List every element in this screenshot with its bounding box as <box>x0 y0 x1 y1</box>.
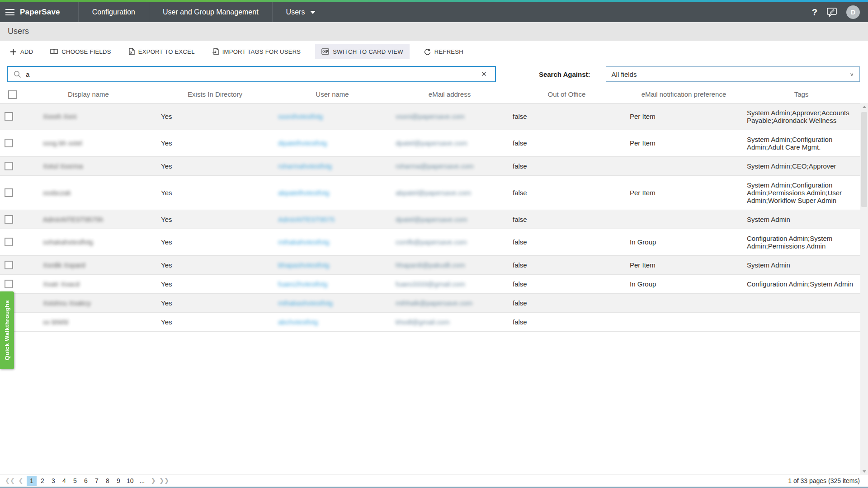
column-header-email-address[interactable]: eMail address <box>391 86 508 103</box>
row-checkbox[interactable] <box>5 112 13 121</box>
previous-page-icon[interactable]: ❮ <box>15 477 26 484</box>
column-header-out-of-office[interactable]: Out of Office <box>508 86 625 103</box>
out-of-office-cell: false <box>508 274 625 293</box>
clear-search-icon[interactable]: ✕ <box>478 67 490 81</box>
import-tags-for-users-button[interactable]: IMPORT TAGS FOR USERS <box>209 44 304 59</box>
more-pages-button[interactable]: ... <box>137 476 148 486</box>
refresh-button[interactable]: REFRESH <box>421 44 466 59</box>
feedback-icon[interactable] <box>826 7 837 17</box>
page-number-button[interactable]: 8 <box>103 476 113 486</box>
page-number-button[interactable]: 4 <box>59 476 69 486</box>
display-name-text: xx bhkfd <box>43 318 68 326</box>
user-name-link[interactable]: ssonihvtestfvtg <box>278 113 323 120</box>
vertical-scrollbar[interactable] <box>860 103 868 475</box>
user-name-link[interactable]: rsharmahvtestfvtg <box>278 162 332 170</box>
nav-tab-user-group-management[interactable]: User and Group Management <box>149 2 272 22</box>
exists-in-directory-cell: Yes <box>156 229 274 255</box>
tags-cell: System Admin;Configuration Admin;Permiss… <box>742 175 860 210</box>
page-title-bar: Users <box>0 22 868 41</box>
table-row: xx bhkfdYesabchvtestfvtgkhodl@gmail.comf… <box>0 312 860 331</box>
tags-cell: System Admin;CEO;Approver <box>742 156 860 175</box>
row-checkbox[interactable] <box>5 139 13 147</box>
email-address-cell: csmfb@papersave.com <box>391 229 508 255</box>
user-name-link[interactable]: abpatelhvtestfvtg <box>278 189 329 197</box>
column-header-user-name[interactable]: User name <box>274 86 391 103</box>
last-page-icon[interactable]: ❯❯ <box>159 477 170 484</box>
display-name-text: xxxg bh xxtel <box>43 139 82 147</box>
tags-cell: System Admin;Configuration Admin;Adult C… <box>742 130 860 156</box>
hamburger-menu-icon[interactable] <box>0 2 20 22</box>
page-number-button[interactable]: 7 <box>92 476 102 486</box>
page-number-button[interactable]: 6 <box>81 476 91 486</box>
email-address-cell: dpatel@papersave.com <box>391 130 508 156</box>
first-page-icon[interactable]: ❮❮ <box>5 477 15 484</box>
table-row: Xxrdik XxpardYesbhapashvtestfvtghhapardi… <box>0 255 860 274</box>
user-name-link[interactable]: abchvtestfvtg <box>278 318 318 326</box>
export-to-excel-button[interactable]: EXPORT TO EXCEL <box>126 44 198 59</box>
page-number-button[interactable]: 2 <box>38 476 47 486</box>
table-row: Xxatr XxacdYesfuaes2hvtestfvtgfuaes3333@… <box>0 274 860 293</box>
user-name-link[interactable]: bhapashvtestfvtg <box>278 261 329 269</box>
user-table-body: Xxxxh XxniYesssonihvtestfvtgvsoni@papers… <box>0 103 860 331</box>
row-checkbox[interactable] <box>5 215 13 224</box>
exists-in-directory-cell: Yes <box>156 210 274 229</box>
app-logo[interactable]: PaperSave <box>20 2 78 22</box>
refresh-icon <box>424 48 431 55</box>
page-number-button[interactable]: 10 <box>124 476 136 486</box>
user-avatar[interactable]: D <box>846 5 860 19</box>
nav-tab-users[interactable]: Users <box>272 2 330 22</box>
row-checkbox-cell <box>0 210 20 229</box>
email-address-text: rsharma@papersave.com <box>396 162 474 170</box>
nav-tab-configuration[interactable]: Configuration <box>78 2 149 22</box>
page-number-button[interactable]: 1 <box>27 476 37 486</box>
user-name-link[interactable]: mthakahvtestfvtg <box>278 238 329 246</box>
user-name-link[interactable]: dipatelhvtestfvtg <box>278 139 327 147</box>
column-header-email-notification-preference[interactable]: eMail notification preference <box>625 86 742 103</box>
row-checkbox[interactable] <box>5 162 13 170</box>
display-name-text: xxxbczak <box>43 189 71 197</box>
user-name-link[interactable]: AdminNTEST9575 <box>278 216 335 223</box>
user-name-cell: ssonihvtestfvtg <box>274 103 391 130</box>
choose-fields-button[interactable]: CHOOSE FIELDS <box>47 44 113 59</box>
row-checkbox[interactable] <box>5 261 13 269</box>
search-input[interactable] <box>26 70 495 78</box>
help-icon[interactable]: ? <box>812 7 817 18</box>
email-address-cell: dpatel@papersave.com <box>391 210 508 229</box>
card-view-icon <box>321 48 329 55</box>
email-notification-preference-cell <box>625 210 742 229</box>
tags-cell: Configuration Admin;System Admin;Permiss… <box>742 229 860 255</box>
column-header-display-name[interactable]: Display name <box>20 86 156 103</box>
search-against-label: Search Against: <box>539 70 590 78</box>
exists-in-directory-cell: Yes <box>156 312 274 331</box>
out-of-office-cell: false <box>508 156 625 175</box>
next-page-icon[interactable]: ❯ <box>148 477 159 484</box>
page-number-button[interactable]: 3 <box>48 476 58 486</box>
add-button[interactable]: ADD <box>7 44 36 59</box>
row-checkbox[interactable] <box>5 238 13 246</box>
row-checkbox-cell <box>0 130 20 156</box>
search-against-dropdown[interactable]: All fields ∨ <box>606 66 860 82</box>
search-box: ✕ <box>7 66 496 82</box>
plus-icon <box>10 48 17 55</box>
display-name-cell: xxxbczak <box>20 175 156 210</box>
quick-walkthroughs-tab[interactable]: Quick Walkthroughs <box>0 291 14 369</box>
out-of-office-cell: false <box>508 130 625 156</box>
user-name-link[interactable]: fuaes2hvtestfvtg <box>278 280 327 288</box>
page-number-button[interactable]: 9 <box>113 476 123 486</box>
page-number-button[interactable]: 5 <box>70 476 80 486</box>
user-name-cell: abchvtestfvtg <box>274 312 391 331</box>
select-all-checkbox[interactable] <box>8 90 17 99</box>
user-name-link[interactable]: mthakashvtestfvtg <box>278 299 333 307</box>
scroll-up-icon[interactable] <box>860 103 868 111</box>
column-header-exists-in-directory[interactable]: Exists In Directory <box>156 86 274 103</box>
column-header-tags[interactable]: Tags <box>742 86 860 103</box>
user-name-cell: AdminNTEST9575 <box>274 210 391 229</box>
switch-to-card-view-button[interactable]: SWITCH TO CARD VIEW <box>315 44 409 59</box>
scrollbar-thumb[interactable] <box>861 112 867 207</box>
email-notification-preference-cell: Per Item <box>625 130 742 156</box>
exists-in-directory-cell: Yes <box>156 103 274 130</box>
row-checkbox[interactable] <box>5 188 13 197</box>
display-name-cell: Xxxxh Xxni <box>20 103 156 130</box>
pager-status-text: 1 of 33 pages (325 items) <box>788 477 860 484</box>
row-checkbox[interactable] <box>5 280 13 288</box>
